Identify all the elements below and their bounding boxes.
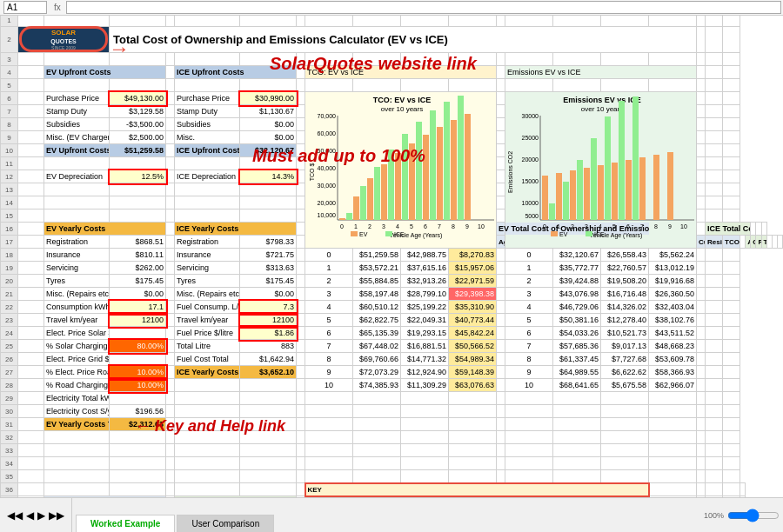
ice-misc-label: Misc.: [175, 131, 240, 144]
svg-text:5: 5: [410, 223, 413, 229]
svg-rect-14: [381, 164, 387, 220]
ev-depreciation-value[interactable]: 12.5%: [110, 170, 166, 183]
ice-upfront-total-label: ICE Upfront Costs Total: [175, 144, 240, 157]
table-row: 21 Misc. (Repairs etc) $0.00 Misc. (Repa…: [1, 288, 783, 301]
ice-tco-table-header: ICE Total Cost of Ownership and Emission…: [706, 223, 751, 236]
sheet-next-icon[interactable]: ▶▶: [49, 509, 64, 522]
svg-rect-19: [451, 120, 457, 220]
ice-purchase-value[interactable]: $30,990.00: [240, 92, 297, 105]
svg-rect-29: [458, 96, 464, 220]
table-row: 31 EV Yearly Costs Total $2,312.63: [1, 418, 783, 431]
table-row: 36 KEY: [1, 483, 783, 496]
svg-text:10000: 10000: [522, 200, 539, 206]
ice-stamp-value: $1,130.67: [240, 105, 297, 118]
ev-yearly-header: EV Yearly Costs: [44, 223, 166, 236]
ev-depreciation-label: EV Depreciation: [44, 170, 110, 183]
table-row: 33: [1, 444, 783, 457]
svg-text:Emissions EV vs ICE: Emissions EV vs ICE: [563, 96, 641, 104]
tco-chart-area-label: TCO: EV vs ICE: [305, 66, 497, 79]
svg-rect-24: [388, 150, 394, 220]
svg-rect-63: [626, 160, 632, 220]
svg-text:4: 4: [396, 223, 399, 229]
svg-rect-62: [612, 163, 618, 220]
name-box[interactable]: [3, 1, 47, 14]
sheet-back-icon[interactable]: ◀: [26, 509, 34, 522]
svg-rect-23: [374, 167, 380, 220]
ice-depreciation-label: ICE Depreciation: [175, 170, 240, 183]
table-row: 23 Travel km/year 12100 Travel km/year 1…: [1, 314, 783, 327]
formula-bar: fx: [0, 0, 783, 16]
ev-subsidies-label: Subsidies: [44, 118, 110, 131]
logo-cell: SOLAR QUOTES SINCE 2009: [18, 27, 110, 53]
tab-worked-example[interactable]: Worked Example: [76, 515, 175, 532]
ev-purchase-value[interactable]: $49,130.00: [110, 92, 166, 105]
svg-text:10: 10: [680, 223, 687, 229]
sheet-forward-icon[interactable]: ▶: [37, 509, 45, 522]
svg-text:70,000: 70,000: [318, 113, 337, 119]
svg-text:TCO: EV vs ICE: TCO: EV vs ICE: [373, 96, 432, 104]
svg-rect-17: [423, 135, 429, 220]
svg-text:2: 2: [368, 223, 371, 229]
sheet-tabs: Worked Example User Comparison: [72, 498, 279, 532]
emissions-chart-area-label: Emissions EV vs ICE: [505, 66, 697, 79]
ice-depreciation-value[interactable]: 14.3%: [240, 170, 297, 183]
svg-text:20000: 20000: [522, 156, 539, 163]
table-row: 28 % Road Charging 10.00% 10 $74,385.93 …: [1, 379, 783, 392]
svg-text:10: 10: [478, 223, 485, 229]
tco-chart: TCO: EV vs ICE over 10 years 70,000 60,0…: [305, 92, 497, 249]
scrollbar-area: 100%: [279, 498, 783, 532]
table-row: 3: [1, 53, 783, 66]
table-row: 18 Insurance $810.11 Insurance $721.75 0…: [1, 249, 783, 262]
sheet-nav: ◀◀ ◀ ▶ ▶▶: [0, 498, 72, 532]
svg-rect-16: [409, 143, 415, 220]
ev-upfront-total-label: EV Upfront Costs Total: [44, 144, 110, 157]
svg-rect-12: [353, 196, 359, 220]
svg-text:ICE: ICE: [394, 231, 405, 237]
spreadsheet: A B C D E F G H I J K L M N O P Q R S: [0, 0, 783, 532]
table-row: 2 SOLAR QUOTES SINCE 2009 Total Cost of …: [1, 27, 783, 53]
svg-rect-73: [632, 96, 639, 220]
svg-text:9: 9: [668, 223, 672, 229]
key-label: KEY: [305, 483, 649, 496]
ev-subsidies-value: -$3,500.00: [110, 118, 166, 131]
fx-label: fx: [50, 3, 64, 12]
zoom-slider[interactable]: [727, 509, 780, 522]
svg-text:60,000: 60,000: [318, 130, 337, 136]
svg-rect-67: [549, 203, 555, 220]
formula-input[interactable]: [66, 1, 781, 14]
ice-upfront-header: ICE Upfront Costs: [175, 66, 297, 79]
ev-stamp-label: Stamp Duty: [44, 105, 110, 118]
table-row: 6 Purchase Price $49,130.00 Purchase Pri…: [1, 92, 783, 105]
table-row: 4 EV Upfront Costs ICE Upfront Costs TCO…: [1, 66, 783, 79]
svg-text:over 10 years: over 10 years: [581, 105, 623, 113]
svg-rect-65: [653, 155, 659, 220]
svg-text:0: 0: [340, 223, 344, 229]
bottom-bar: ◀◀ ◀ ▶ ▶▶ Worked Example User Comparison…: [0, 497, 783, 532]
svg-rect-26: [416, 122, 422, 220]
svg-rect-11: [339, 218, 345, 220]
svg-rect-72: [619, 101, 625, 220]
svg-text:30000: 30000: [522, 113, 539, 119]
svg-text:30,000: 30,000: [318, 183, 337, 189]
table-row: 27 % Elect. Price Road S/kW 10.00% ICE Y…: [1, 366, 783, 379]
zoom-label: 100%: [704, 511, 724, 520]
tab-user-comparison[interactable]: User Comparison: [177, 515, 274, 532]
svg-text:25000: 25000: [522, 135, 539, 141]
svg-text:10,000: 10,000: [318, 212, 337, 218]
svg-rect-66: [667, 152, 673, 220]
svg-text:5000: 5000: [525, 213, 539, 219]
table-row: 29 Electricity Total kWh: [1, 392, 783, 405]
spreadsheet-title: Total Cost of Ownership and Emissions Ca…: [110, 27, 697, 53]
svg-text:EV: EV: [359, 231, 368, 237]
table-row: 20 Tyres $175.45 Tyres $175.45 2 $55,884…: [1, 275, 783, 288]
svg-text:6: 6: [424, 223, 427, 229]
svg-text:over 10 years: over 10 years: [381, 105, 423, 113]
ev-upfront-header: EV Upfront Costs: [44, 66, 166, 79]
svg-text:1: 1: [354, 223, 358, 229]
svg-text:15000: 15000: [522, 178, 539, 184]
svg-rect-71: [605, 116, 611, 220]
table-row: 34: [1, 457, 783, 470]
sheet-prev-icon[interactable]: ◀◀: [7, 509, 23, 522]
svg-rect-21: [346, 213, 352, 220]
ice-subsidies-value: $0.00: [240, 118, 297, 131]
